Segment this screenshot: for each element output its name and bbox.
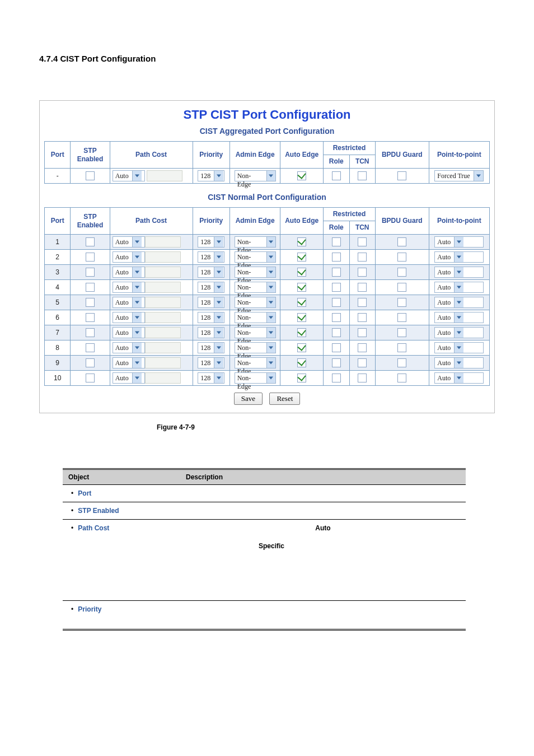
restricted-tcn-checkbox[interactable] bbox=[358, 283, 367, 292]
restricted-tcn-checkbox[interactable] bbox=[358, 328, 367, 337]
admin-edge-select[interactable]: Non-Edge bbox=[235, 282, 276, 293]
restricted-tcn-checkbox[interactable] bbox=[358, 298, 367, 307]
auto-edge-checkbox[interactable] bbox=[297, 358, 306, 367]
pathcost-input[interactable] bbox=[145, 357, 181, 368]
bpdu-guard-checkbox[interactable] bbox=[397, 237, 406, 246]
p2p-select[interactable]: Auto bbox=[434, 251, 484, 263]
restricted-role-checkbox[interactable] bbox=[332, 283, 341, 292]
pathcost-select[interactable]: Auto bbox=[113, 327, 145, 338]
pathcost-input[interactable] bbox=[145, 251, 181, 263]
auto-edge-checkbox[interactable] bbox=[297, 283, 306, 292]
stp-enabled-checkbox[interactable] bbox=[86, 237, 95, 246]
bpdu-guard-checkbox[interactable] bbox=[397, 268, 406, 277]
priority-select[interactable]: 128 bbox=[198, 282, 224, 293]
restricted-tcn-checkbox[interactable] bbox=[358, 374, 367, 382]
restricted-tcn-checkbox[interactable] bbox=[358, 268, 367, 277]
stp-enabled-checkbox[interactable] bbox=[86, 328, 95, 337]
bpdu-guard-checkbox[interactable] bbox=[397, 343, 406, 352]
admin-edge-select[interactable]: Non-Edge bbox=[235, 297, 276, 308]
agg-restricted-role-checkbox[interactable] bbox=[332, 171, 341, 180]
restricted-tcn-checkbox[interactable] bbox=[358, 237, 367, 246]
admin-edge-select[interactable]: Non-Edge bbox=[235, 342, 276, 353]
auto-edge-checkbox[interactable] bbox=[297, 374, 306, 382]
pathcost-select[interactable]: Auto bbox=[113, 342, 145, 353]
admin-edge-select[interactable]: Non-Edge bbox=[235, 236, 276, 248]
stp-enabled-checkbox[interactable] bbox=[86, 374, 95, 382]
pathcost-select[interactable]: Auto bbox=[113, 312, 145, 323]
pathcost-input[interactable] bbox=[145, 282, 181, 293]
p2p-select[interactable]: Auto bbox=[434, 282, 484, 293]
pathcost-select[interactable]: Auto bbox=[113, 267, 145, 278]
priority-select[interactable]: 128 bbox=[198, 251, 224, 263]
auto-edge-checkbox[interactable] bbox=[297, 298, 306, 307]
pathcost-input[interactable] bbox=[145, 312, 181, 323]
auto-edge-checkbox[interactable] bbox=[297, 268, 306, 277]
p2p-select[interactable]: Auto bbox=[434, 236, 484, 248]
admin-edge-select[interactable]: Non-Edge bbox=[235, 251, 276, 263]
pathcost-input[interactable] bbox=[145, 236, 181, 248]
priority-select[interactable]: 128 bbox=[198, 372, 224, 384]
restricted-tcn-checkbox[interactable] bbox=[358, 358, 367, 367]
stp-enabled-checkbox[interactable] bbox=[86, 283, 95, 292]
auto-edge-checkbox[interactable] bbox=[297, 313, 306, 322]
auto-edge-checkbox[interactable] bbox=[297, 237, 306, 246]
admin-edge-select[interactable]: Non-Edge bbox=[235, 372, 276, 384]
restricted-role-checkbox[interactable] bbox=[332, 253, 341, 262]
restricted-role-checkbox[interactable] bbox=[332, 343, 341, 352]
auto-edge-checkbox[interactable] bbox=[297, 343, 306, 352]
pathcost-select[interactable]: Auto bbox=[113, 236, 145, 248]
restricted-role-checkbox[interactable] bbox=[332, 374, 341, 382]
admin-edge-select[interactable]: Non-Edge bbox=[235, 312, 276, 323]
reset-button[interactable]: Reset bbox=[269, 393, 300, 405]
pathcost-select[interactable]: Auto bbox=[113, 282, 145, 293]
restricted-tcn-checkbox[interactable] bbox=[358, 343, 367, 352]
stp-enabled-checkbox[interactable] bbox=[86, 253, 95, 262]
p2p-select[interactable]: Auto bbox=[434, 327, 484, 338]
pathcost-select[interactable]: Auto bbox=[113, 357, 145, 368]
pathcost-input[interactable] bbox=[145, 267, 181, 278]
bpdu-guard-checkbox[interactable] bbox=[397, 253, 406, 262]
p2p-select[interactable]: Auto bbox=[434, 312, 484, 323]
pathcost-select[interactable]: Auto bbox=[113, 372, 145, 384]
restricted-role-checkbox[interactable] bbox=[332, 298, 341, 307]
agg-p2p-select[interactable]: Forced True bbox=[434, 170, 484, 181]
agg-pathcost-input[interactable] bbox=[147, 170, 182, 181]
agg-restricted-tcn-checkbox[interactable] bbox=[358, 171, 367, 180]
priority-select[interactable]: 128 bbox=[198, 236, 224, 248]
auto-edge-checkbox[interactable] bbox=[297, 253, 306, 262]
bpdu-guard-checkbox[interactable] bbox=[397, 358, 406, 367]
restricted-role-checkbox[interactable] bbox=[332, 237, 341, 246]
stp-enabled-checkbox[interactable] bbox=[86, 313, 95, 322]
pathcost-input[interactable] bbox=[145, 372, 181, 384]
bpdu-guard-checkbox[interactable] bbox=[397, 328, 406, 337]
p2p-select[interactable]: Auto bbox=[434, 342, 484, 353]
priority-select[interactable]: 128 bbox=[198, 342, 224, 353]
restricted-tcn-checkbox[interactable] bbox=[358, 313, 367, 322]
pathcost-input[interactable] bbox=[145, 327, 181, 338]
restricted-role-checkbox[interactable] bbox=[332, 268, 341, 277]
pathcost-select[interactable]: Auto bbox=[113, 251, 145, 263]
agg-priority-select[interactable]: 128 bbox=[198, 170, 224, 181]
agg-pathcost-select[interactable]: Auto bbox=[113, 170, 145, 181]
agg-stp-enabled-checkbox[interactable] bbox=[86, 171, 95, 180]
p2p-select[interactable]: Auto bbox=[434, 372, 484, 384]
bpdu-guard-checkbox[interactable] bbox=[397, 283, 406, 292]
p2p-select[interactable]: Auto bbox=[434, 357, 484, 368]
agg-auto-edge-checkbox[interactable] bbox=[297, 171, 306, 180]
auto-edge-checkbox[interactable] bbox=[297, 328, 306, 337]
priority-select[interactable]: 128 bbox=[198, 312, 224, 323]
save-button[interactable]: Save bbox=[234, 393, 263, 405]
admin-edge-select[interactable]: Non-Edge bbox=[235, 327, 276, 338]
restricted-role-checkbox[interactable] bbox=[332, 358, 341, 367]
stp-enabled-checkbox[interactable] bbox=[86, 298, 95, 307]
admin-edge-select[interactable]: Non-Edge bbox=[235, 267, 276, 278]
pathcost-input[interactable] bbox=[145, 342, 181, 353]
pathcost-input[interactable] bbox=[145, 297, 181, 308]
priority-select[interactable]: 128 bbox=[198, 357, 224, 368]
restricted-role-checkbox[interactable] bbox=[332, 313, 341, 322]
stp-enabled-checkbox[interactable] bbox=[86, 343, 95, 352]
p2p-select[interactable]: Auto bbox=[434, 297, 484, 308]
admin-edge-select[interactable]: Non-Edge bbox=[235, 357, 276, 368]
priority-select[interactable]: 128 bbox=[198, 297, 224, 308]
bpdu-guard-checkbox[interactable] bbox=[397, 298, 406, 307]
